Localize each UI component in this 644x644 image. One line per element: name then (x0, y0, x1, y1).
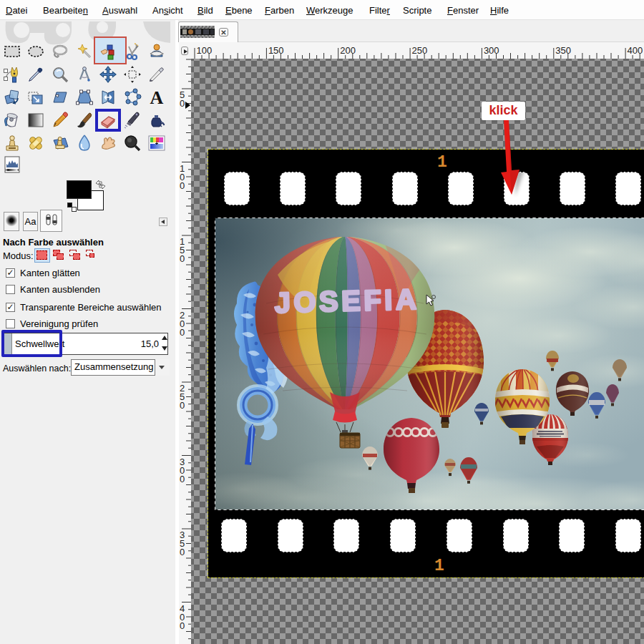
svg-text:0: 0 (180, 474, 185, 484)
svg-text:350: 350 (555, 45, 571, 56)
svg-text:100: 100 (197, 45, 213, 56)
svg-text:0: 0 (180, 620, 185, 631)
svg-text:0: 0 (180, 180, 185, 191)
svg-text:300: 300 (484, 45, 499, 56)
svg-text:JOSEFIA: JOSEFIA (274, 283, 420, 318)
svg-text:0: 0 (180, 253, 185, 264)
svg-text:200: 200 (340, 45, 356, 56)
svg-text:400: 400 (628, 45, 643, 56)
svg-text:0: 0 (180, 327, 185, 338)
svg-text:0: 0 (180, 400, 185, 411)
svg-text:0: 0 (180, 547, 185, 557)
svg-text:150: 150 (268, 45, 284, 56)
svg-text:0: 0 (180, 98, 185, 109)
svg-text:250: 250 (412, 45, 428, 56)
